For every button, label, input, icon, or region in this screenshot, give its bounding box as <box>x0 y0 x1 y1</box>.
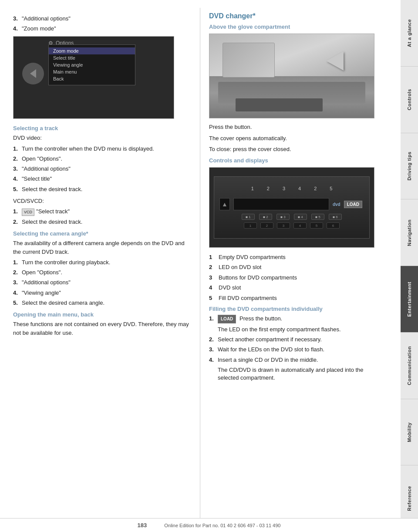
step-text: Open "Options". <box>22 269 192 276</box>
dvd-btn-3[interactable]: ■ 3 <box>276 214 290 220</box>
dvd-btn-6[interactable]: ■ 6 <box>329 214 342 220</box>
sidebar-item-controls[interactable]: Controls <box>401 67 418 133</box>
sidebar-item-communication[interactable]: Communication <box>401 333 418 399</box>
load-button[interactable]: LOAD <box>218 315 236 323</box>
step-text: VCD"Select track" <box>22 208 192 216</box>
filling-step-sub: The LED on the first empty compartment f… <box>209 326 384 333</box>
glove-compartment-heading: Above the glove compartment <box>209 24 384 30</box>
page-footer: 183 Online Edition for Part no. 01 40 2 … <box>0 518 418 532</box>
selecting-track-heading: Selecting a track <box>13 125 192 131</box>
opening-menu-heading: Opening the main menu, back <box>13 311 192 318</box>
slot-num-4: 4 <box>293 222 307 229</box>
filling-step-item: 4.Insert a single CD or DVD in the middl… <box>209 356 384 364</box>
dvd-panel-image: 1 2 3 4 2 5 ▲ dvd LOAD <box>209 167 374 248</box>
dvd-label: dvd <box>333 202 340 207</box>
opening-menu-text: These functions are not contained on eve… <box>13 320 192 337</box>
load-button-panel[interactable]: LOAD <box>344 201 362 208</box>
dvd-step-item: 4."Select title" <box>13 175 192 183</box>
filling-steps: 1.LOAD Press the button. The LED on the … <box>209 315 384 382</box>
sidebar-item-label: Reference <box>407 486 412 511</box>
step-text: Open "Options". <box>22 155 192 163</box>
step-num: 1. <box>13 208 22 216</box>
step-text: Turn the controller when the DVD menu is… <box>22 145 192 153</box>
step-num: 2. <box>13 269 22 276</box>
slot-num-5: 5 <box>310 222 323 229</box>
ctrl-num: 1 <box>209 253 219 262</box>
list-num: 3. <box>13 15 22 23</box>
controls-list-item: 4DVD slot <box>209 283 384 292</box>
sidebar-item-driving-tips[interactable]: Driving tips <box>401 133 418 200</box>
step-text: "Additional options" <box>22 165 192 173</box>
sidebar-item-mobility[interactable]: Mobility <box>401 399 418 466</box>
camera-step-item: 1.Turn the controller during playback. <box>13 259 192 266</box>
options-menu-item: Zoom mode <box>49 47 135 54</box>
step-sub-text: The CD/DVD is drawn in automatically and… <box>218 366 384 382</box>
step-num: 5. <box>13 185 22 193</box>
top-list-item: 4."Zoom mode" <box>13 25 192 33</box>
dvd-numbers-row: 1 2 3 4 2 5 <box>251 186 333 191</box>
options-menu-item: Main menu <box>49 68 135 75</box>
step-text: Wait for the LEDs on the DVD slot to fla… <box>218 346 384 354</box>
dvd-btn-1[interactable]: ■ 1 <box>242 214 255 220</box>
step-text: Select another compartment if necessary. <box>218 336 384 343</box>
camera-intro: The availability of a different camera a… <box>13 239 192 256</box>
right-column: DVD changer* Above the glove compartment… <box>200 8 392 519</box>
sidebar-item-label: Communication <box>407 346 412 385</box>
step-num: 1. <box>13 145 22 153</box>
ctrl-text: LED on DVD slot <box>219 263 261 272</box>
camera-step-item: 4."Viewing angle" <box>13 289 192 297</box>
sidebar-item-navigation[interactable]: Navigation <box>401 199 418 266</box>
step-sub-spacer <box>209 326 218 333</box>
dvd-btn-4[interactable]: ■ 4 <box>294 214 307 220</box>
controls-list-item: 2LED on DVD slot <box>209 263 384 272</box>
sidebar-item-label: Navigation <box>407 219 412 246</box>
dvd-panel-detail: 1 2 3 4 2 5 ▲ dvd LOAD <box>214 176 370 239</box>
ctrl-num: 5 <box>209 294 219 303</box>
dvd-btn-5[interactable]: ■ 5 <box>311 214 324 220</box>
glove-text2: The cover opens automatically. <box>209 134 384 143</box>
step-text: Select the desired track. <box>22 185 192 193</box>
step-text: "Viewing angle" <box>22 289 192 297</box>
footer-text: Online Edition for Part no. 01 40 2 606 … <box>164 523 280 528</box>
dvd-btn-2[interactable]: ■ 2 <box>259 214 272 220</box>
ctrl-text: Buttons for DVD compartments <box>219 273 297 282</box>
ctrl-text: Empty DVD compartments <box>219 253 286 262</box>
slot-num-2: 2 <box>260 222 273 229</box>
step-num: 2. <box>209 336 218 343</box>
ctrl-num: 3 <box>209 273 219 282</box>
step-sub-spacer <box>209 366 218 382</box>
glove-text1: Press the button. <box>209 123 384 131</box>
ctrl-num: 4 <box>209 283 219 292</box>
sidebar-item-entertainment[interactable]: Entertainment <box>401 266 418 333</box>
dvd-step-item: 5.Select the desired track. <box>13 185 192 193</box>
dvd-video-label: DVD video: <box>13 134 192 142</box>
ctrl-text: Fill DVD compartments <box>219 294 277 303</box>
options-menu-item: Back <box>49 75 135 82</box>
step-num: 1. <box>13 259 22 266</box>
dvd-num-2b: 2 <box>314 186 317 191</box>
list-text: "Zoom mode" <box>22 25 192 33</box>
step-num: 3. <box>209 346 218 354</box>
step-sub-text: The LED on the first empty compartment f… <box>218 326 384 333</box>
sidebar-nav: At a glanceControlsDriving tipsNavigatio… <box>401 0 418 532</box>
dvd-num-4: 4 <box>298 186 301 191</box>
step-text: LOAD Press the button. <box>218 315 384 323</box>
vcd-steps-list: 1.VCD"Select track"2.Select the desired … <box>13 208 192 226</box>
sidebar-item-at-a-glance[interactable]: At a glance <box>401 0 418 67</box>
dvd-num-5: 5 <box>330 186 332 191</box>
step-text: Insert a single CD or DVD in the middle. <box>218 356 384 364</box>
sidebar-item-label: Driving tips <box>407 152 412 181</box>
page-wrapper: 3."Additional options"4."Zoom mode" ⚙ Op… <box>0 0 418 532</box>
top-list-item: 3."Additional options" <box>13 15 192 23</box>
controls-list-item: 1Empty DVD compartments <box>209 253 384 262</box>
options-menu: Zoom modeSelect titleViewing angleMain m… <box>48 44 135 85</box>
dvd-button-row: ■ 1 ■ 2 ■ 3 ■ 4 ■ 5 ■ 6 <box>242 214 342 220</box>
step-num: 4. <box>13 289 22 297</box>
controller-icon <box>22 63 44 84</box>
filling-step-item: 2.Select another compartment if necessar… <box>209 336 384 343</box>
dvd-num-3: 3 <box>283 186 285 191</box>
dvd-changer-title: DVD changer* <box>209 12 384 20</box>
step-num: 5. <box>13 299 22 307</box>
vcd-step-item: 1.VCD"Select track" <box>13 208 192 216</box>
step-num: 3. <box>13 165 22 173</box>
